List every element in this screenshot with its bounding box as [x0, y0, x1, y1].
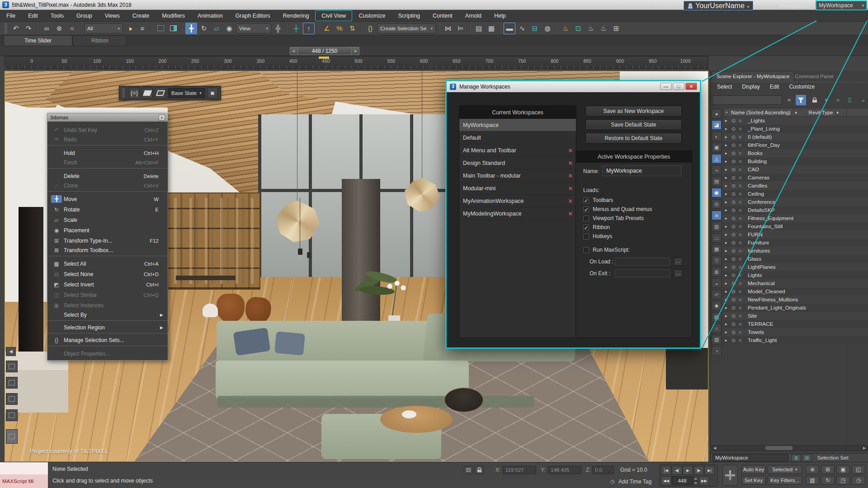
layer-icon[interactable]: ≡ — [739, 289, 748, 294]
tab-command-panel[interactable]: Command Panel — [790, 71, 838, 81]
tab-ribbon[interactable]: Ribbon — [73, 35, 127, 46]
scene-explorer-row[interactable]: ▸ ⊙ ≡ furnitures — [723, 247, 868, 255]
delete-workspace-icon[interactable]: × — [568, 148, 572, 153]
quad-menu-item[interactable]: {} Manage Selection Sets... ▶ — [47, 336, 168, 346]
expand-arrow-icon[interactable]: ▸ — [725, 200, 731, 204]
on-load-field[interactable] — [615, 258, 670, 266]
previous-key-button[interactable]: ◀◀ — [661, 476, 671, 485]
layer-icon[interactable]: ≡ — [739, 207, 748, 213]
quad-menu-item[interactable]: ∴ Clone Ctrl+V ▶ — [47, 181, 168, 192]
eye-icon[interactable]: ⊙ — [731, 313, 739, 319]
layer-icon[interactable]: ≡ — [739, 199, 748, 205]
layer-icon[interactable]: ≡ — [739, 240, 748, 245]
expand-arrow-icon[interactable]: ▸ — [725, 297, 731, 302]
snaps-toggle-3d-button[interactable]: ↑ — [303, 23, 315, 34]
explorer-menu-select[interactable]: Select — [717, 84, 732, 90]
auto-key-button[interactable]: Auto Key — [741, 465, 766, 474]
clear-search-icon[interactable]: × — [784, 95, 794, 105]
eye-icon[interactable]: ⊙ — [731, 118, 739, 124]
scene-explorer-row[interactable]: ▸ ⊙ ≡ LightPlanes — [723, 263, 868, 271]
layer-icon[interactable]: ≡ — [739, 305, 748, 310]
expand-arrow-icon[interactable]: ▸ — [725, 273, 731, 277]
layer-icon[interactable]: ≡ — [739, 232, 748, 237]
scene-explorer-row[interactable]: ▸ ⊙ ≡ Lights — [723, 271, 868, 279]
eye-icon[interactable]: ⊙ — [731, 216, 739, 221]
mirror-button[interactable]: ⋈ — [442, 23, 454, 34]
angle-snap-toggle[interactable]: ∠ — [321, 23, 333, 34]
expand-arrow-icon[interactable]: ▸ — [725, 338, 731, 343]
type-column-header[interactable]: Revit Type — [809, 110, 833, 115]
add-layer-icon[interactable]: ⊞ — [802, 454, 812, 462]
layer-icon[interactable]: ≡ — [739, 297, 748, 302]
menu-item[interactable]: Tools — [44, 10, 70, 21]
select-object-button[interactable]: ▲ — [124, 23, 136, 34]
expand-arrow-icon[interactable]: ▸ — [725, 289, 731, 294]
explorer-menu-customize[interactable]: Customize — [789, 84, 815, 90]
scene-explorer-row[interactable]: ▸ ⊙ ≡ Cameras — [723, 174, 868, 182]
explorer-display-toggle[interactable]: ▨ — [712, 335, 722, 344]
workspace-list-item[interactable]: Main Toolbar - modular × — [459, 169, 576, 182]
layer-icon[interactable]: ≡ — [739, 338, 748, 343]
layer-icon[interactable]: ≡ — [739, 248, 748, 253]
dialog-close-button[interactable]: × — [685, 83, 697, 90]
zoom-all-button[interactable]: ⊞ — [821, 465, 835, 474]
eye-icon[interactable]: ⊙ — [731, 264, 739, 270]
quad-menu-item[interactable]: ⊠ Transform Toolbox... ▶ — [47, 246, 168, 256]
expand-arrow-icon[interactable]: ▸ — [725, 192, 731, 196]
quad-menu-item[interactable]: ↷ Redo Ctrl+Y ▶ — [47, 135, 168, 145]
checkbox[interactable] — [583, 225, 589, 230]
eye-icon[interactable]: ⊙ — [731, 240, 739, 246]
render-iterative-button[interactable]: ♨ — [598, 23, 609, 34]
eye-icon[interactable]: ⊙ — [731, 175, 739, 181]
go-to-end-button[interactable]: ▶| — [704, 466, 715, 475]
pan-view-button[interactable]: ▧ — [806, 476, 819, 485]
expand-arrow-icon[interactable]: ▸ — [725, 151, 731, 155]
quad-menu-item[interactable]: Select By ▶ — [47, 310, 168, 321]
state-sets-dialog-button[interactable]: {⚙} — [129, 88, 140, 99]
scene-explorer-row[interactable]: ▸ ⊙ ≡ Site — [723, 312, 868, 320]
eye-icon[interactable]: ⊙ — [731, 305, 739, 311]
workspace-list-item[interactable]: Modular-mini × — [459, 182, 576, 195]
menu-item[interactable]: Customize — [352, 10, 392, 21]
tab-scene-explorer[interactable]: Scene Explorer - MyWorkspace — [712, 71, 794, 81]
save-as-new-workspace-button[interactable]: Save as New Workspace — [585, 106, 682, 117]
bind-to-space-warp-button[interactable]: ≈ — [66, 23, 78, 34]
workspace-list-item[interactable]: MyAnimationWorkspace × — [459, 195, 576, 207]
expand-arrow-icon[interactable]: ▸ — [725, 257, 731, 261]
scene-explorer-row[interactable]: ▸ ⊙ ≡ Model_Cleaned — [723, 287, 868, 296]
scroll-left-arrow[interactable]: ◀ — [712, 446, 717, 450]
expand-arrow-icon[interactable]: ▸ — [725, 167, 731, 172]
scene-explorer-row[interactable]: ▸ ⊙ ≡ 6thFloor_Day — [723, 141, 868, 149]
quad-menu-item[interactable]: Fetch Alt+Ctrl+F ▶ — [47, 158, 168, 169]
named-selection-sets-dropdown[interactable]: Create Selection Se — [377, 23, 436, 33]
eye-icon[interactable]: ⊙ — [731, 134, 739, 140]
layer-icon[interactable]: ≡ — [739, 329, 748, 335]
time-slider-track[interactable]: < 448 / 1250 > — [0, 46, 868, 56]
material-editor-button[interactable]: ◍ — [542, 23, 553, 34]
align-button[interactable]: ⊨ — [455, 23, 467, 34]
rendered-frame-window-button[interactable]: ⊡ — [572, 23, 584, 34]
explorer-display-toggle[interactable]: ◉ — [712, 188, 722, 197]
menu-item[interactable]: Graph Editors — [229, 10, 277, 21]
layer-icon[interactable]: ≡ — [739, 272, 748, 278]
select-children-toggle[interactable]: + — [821, 95, 831, 105]
menu-item[interactable]: Create — [126, 10, 156, 21]
track-bar[interactable]: 0501001502002503003504004505005506006507… — [5, 56, 708, 69]
redo-button[interactable]: ↷ — [23, 23, 34, 34]
tab-time-slider[interactable]: Time Slider — [4, 35, 72, 46]
percent-snap-toggle[interactable]: % — [334, 23, 345, 34]
toolbar-drag-handle[interactable] — [5, 23, 7, 33]
select-and-place-button[interactable]: ◉ — [223, 23, 235, 34]
layer-icon[interactable]: ≡ — [739, 134, 748, 140]
select-and-rotate-button[interactable]: ↻ — [198, 23, 210, 34]
quad-menu-item[interactable]: ◫ Select Similar Ctrl+Q ▶ — [47, 290, 168, 300]
layer-icon[interactable]: ≡ — [739, 167, 748, 172]
expand-arrow-icon[interactable]: ▸ — [725, 127, 731, 131]
menu-item[interactable]: Views — [99, 10, 126, 21]
delete-workspace-icon[interactable]: × — [568, 186, 572, 191]
render-setup-button[interactable]: ♨ — [560, 23, 571, 34]
scene-explorer-row[interactable]: ▸ ⊙ ≡ CAD — [723, 165, 868, 174]
layer-icon[interactable]: ≡ — [739, 216, 748, 221]
scene-explorer-row[interactable]: ▸ ⊙ ≡ Conference — [723, 198, 868, 206]
quad-menu-item[interactable]: ◩ Select Invert Ctrl+I ▶ — [47, 279, 168, 290]
